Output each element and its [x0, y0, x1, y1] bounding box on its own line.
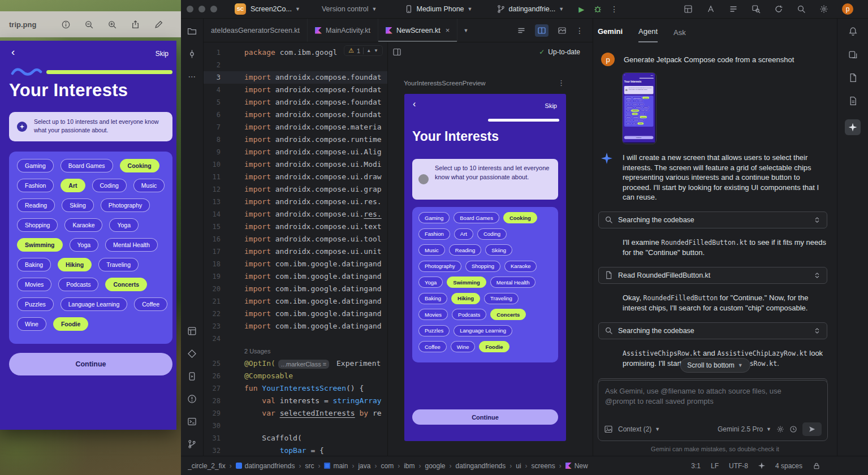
code-line[interactable]: 17import androidx.compose.ui.unit	[204, 245, 387, 258]
interest-chip-puzzles[interactable]: Puzzles	[625, 119, 632, 122]
interest-chip-coffee[interactable]: Coffee	[134, 297, 167, 311]
code-line[interactable]: 2	[204, 59, 387, 71]
attach-image-icon[interactable]	[604, 425, 613, 434]
markup-pencil-icon[interactable]	[154, 20, 163, 29]
caret-position[interactable]: 3:1	[691, 462, 701, 470]
interest-chip-wine[interactable]: Wine	[632, 122, 637, 124]
context-dropdown[interactable]: Context (2)▼	[618, 425, 660, 433]
layout-inspector-icon[interactable]	[684, 5, 693, 14]
breadcrumb--circle-2-fix[interactable]: _circle_2_fix	[188, 462, 226, 470]
breadcrumb-screens[interactable]: screens	[532, 462, 555, 470]
preview-name-label[interactable]: YourInterestsScreenPreview	[404, 80, 486, 87]
code-line[interactable]: 20import com.ibm.google.datingand	[204, 283, 387, 295]
interest-chip-movies[interactable]: Movies	[17, 278, 51, 291]
code-line[interactable]: 3import androidx.compose.foundat	[204, 71, 387, 84]
interest-chip-music[interactable]: Music	[133, 179, 165, 192]
interest-chip-wine[interactable]: Wine	[451, 341, 476, 352]
problems-icon[interactable]	[187, 394, 197, 404]
send-button[interactable]	[802, 422, 822, 436]
breadcrumb-com[interactable]: com	[381, 462, 394, 470]
interest-chip-yoga[interactable]: Yoga	[70, 238, 99, 252]
code-line[interactable]: 21import com.ibm.google.datingand	[204, 295, 387, 308]
interest-chip-fashion[interactable]: Fashion	[625, 100, 632, 102]
gemini-settings-icon[interactable]	[776, 425, 784, 433]
interest-chip-language-learning[interactable]: Language Learning	[61, 297, 128, 311]
code-line[interactable]: 13import androidx.compose.ui.res.	[204, 196, 387, 208]
interest-chip-cooking[interactable]: Cooking	[503, 212, 537, 223]
interest-chip-hiking[interactable]: Hiking	[632, 113, 638, 115]
gemini-status-icon[interactable]	[758, 463, 765, 469]
project-folder-icon[interactable]	[187, 27, 197, 36]
interest-chip-yoga[interactable]: Yoga	[625, 110, 631, 112]
back-icon[interactable]: ‹	[413, 99, 416, 109]
breadcrumb-ibm[interactable]: ibm	[404, 462, 414, 470]
interest-chip-board-games[interactable]: Board Games	[454, 212, 499, 223]
interest-chip-baking[interactable]: Baking	[17, 258, 51, 271]
code-line[interactable]: 16import androidx.compose.ui.tool	[204, 233, 387, 245]
breadcrumb-datingandfriends[interactable]: datingandfriends	[456, 462, 506, 470]
interest-chip-concerts[interactable]: Concerts	[105, 278, 147, 291]
tool-step-searching-the-codebase[interactable]: Searching the codebase	[598, 322, 827, 339]
interest-chip-fashion[interactable]: Fashion	[17, 179, 54, 192]
interest-chip-gaming[interactable]: Gaming	[418, 212, 450, 223]
code-line[interactable]: 24	[204, 332, 387, 345]
interest-chip-music[interactable]: Music	[625, 103, 631, 105]
editor-options-icon[interactable]: ⋮	[576, 26, 584, 35]
gemini-tool-window-icon[interactable]	[845, 119, 861, 135]
lock-icon[interactable]	[813, 462, 821, 470]
interest-chip-hiking[interactable]: Hiking	[451, 293, 480, 304]
code-line[interactable]: 30	[204, 420, 387, 432]
interest-chip-swimming[interactable]: Swimming	[447, 277, 486, 288]
interest-chip-baking[interactable]: Baking	[625, 113, 631, 115]
project-selector[interactable]: Screen2Co...▼	[251, 5, 300, 13]
code-line[interactable]: 31 Scaffold(	[204, 432, 387, 444]
tab-ideasgeneratorscreen[interactable]: ateIdeasGeneratorScreen.kt	[204, 19, 308, 42]
interest-chip-concerts[interactable]: Concerts	[640, 116, 647, 118]
interest-chip-reading[interactable]: Reading	[632, 103, 638, 105]
interest-chip-shopping[interactable]: Shopping	[635, 106, 642, 109]
interest-chip-mental-health[interactable]: Mental Health	[640, 110, 649, 112]
interest-chip-art[interactable]: Art	[633, 100, 637, 102]
profile-avatar[interactable]: p	[842, 3, 853, 15]
running-devices-icon[interactable]	[187, 372, 197, 381]
breadcrumb-src[interactable]: src	[305, 462, 314, 470]
interest-chip-hiking[interactable]: Hiking	[58, 258, 92, 271]
info-icon[interactable]	[61, 20, 71, 29]
settings-gear-icon[interactable]	[819, 5, 828, 14]
interest-chip-skiing[interactable]: Skiing	[639, 103, 645, 105]
gradle-sync-icon[interactable]	[774, 5, 783, 14]
interest-chip-skiing[interactable]: Skiing	[485, 244, 512, 256]
code-line[interactable]: 18import com.ibm.google.datingand	[204, 258, 387, 270]
window-close-button[interactable]	[187, 6, 193, 12]
notifications-bell-icon[interactable]	[848, 27, 858, 36]
more-tool-windows-icon[interactable]: ⋯	[188, 72, 196, 81]
interest-chip-yoga[interactable]: Yoga	[418, 277, 443, 288]
run-button[interactable]: ▶	[578, 5, 584, 14]
code-line[interactable]: 27fun YourInterestsScreen() {	[204, 382, 387, 395]
ui-check-icon[interactable]	[706, 5, 715, 14]
interest-chip-foodie[interactable]: Foodie	[53, 317, 88, 331]
code-line[interactable]: 23import com.ibm.google.datingand	[204, 320, 387, 332]
interest-chip-gaming[interactable]: Gaming	[625, 97, 632, 99]
inspections-widget[interactable]: ⚠ 1 ▲ ▼	[344, 45, 383, 56]
interest-chip-board-games[interactable]: Board Games	[632, 97, 641, 99]
breadcrumb-datingandfriends[interactable]: datingandfriends	[236, 462, 295, 470]
interest-chip-movies[interactable]: Movies	[625, 116, 631, 118]
code-line[interactable]: 14import androidx.compose.ui.res.	[204, 208, 387, 221]
close-tab-icon[interactable]: ×	[446, 26, 450, 34]
code-line[interactable]: 11import androidx.compose.ui.draw	[204, 171, 387, 183]
interest-chip-concerts[interactable]: Concerts	[490, 309, 526, 320]
continue-button[interactable]: Continue	[412, 409, 558, 425]
breadcrumb-ui[interactable]: ui	[516, 462, 521, 470]
interest-chip-karaoke[interactable]: Karaoke	[642, 106, 649, 109]
interest-chip-podcasts[interactable]: Podcasts	[632, 116, 639, 118]
code-line[interactable]: 25@OptIn(...markerClass = Experiment	[204, 357, 387, 370]
interest-chip-cooking[interactable]: Cooking	[642, 97, 649, 99]
interest-chip-art[interactable]: Art	[61, 179, 85, 192]
window-minimize-button[interactable]	[198, 6, 205, 12]
code-line[interactable]: 8import androidx.compose.runtime	[204, 133, 387, 146]
code-line[interactable]: 19import com.ibm.google.datingand	[204, 270, 387, 283]
interest-chip-yoga[interactable]: Yoga	[109, 218, 139, 232]
preview-options-icon[interactable]: ⋮	[558, 79, 565, 87]
interest-chip-photography[interactable]: Photography	[625, 106, 634, 109]
